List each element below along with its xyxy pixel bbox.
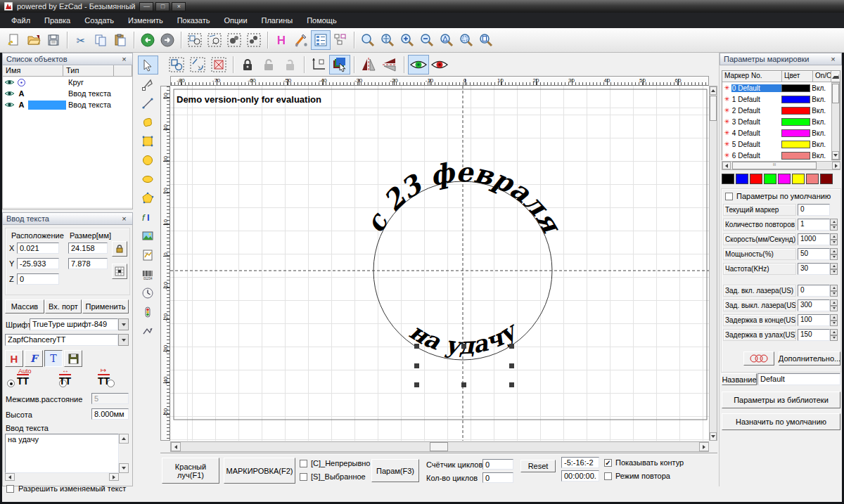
select-tool[interactable] [138,56,158,75]
palette-swatch[interactable] [764,174,776,184]
selected-only-checkbox[interactable] [300,473,307,481]
marker-row[interactable]: ✳1 DefaultВкл. [722,93,831,105]
new-file-icon[interactable] [4,30,24,50]
palette-swatch[interactable] [722,174,734,184]
marker-row[interactable]: ✳2 DefaultВкл. [722,105,831,116]
text-height-field[interactable]: 8.000мм [91,408,129,420]
cycle-count-field[interactable]: 0 [482,472,513,483]
reset-button[interactable]: Reset [520,460,556,472]
marker-row[interactable]: ✳6 DefaultВкл. [722,150,831,161]
spinner[interactable] [830,285,838,297]
preview-off-eye-icon[interactable] [429,55,450,75]
cut-icon[interactable]: ✂ [71,30,91,50]
hatch-selection-icon[interactable] [208,55,229,75]
mark-button[interactable]: МАРКИРОВКА(F2) [224,458,295,484]
repeat-mode-checkbox[interactable] [604,472,612,480]
maximize-button[interactable]: □ [155,2,170,11]
menu-view[interactable]: Показать [170,14,217,27]
hatch-text-button[interactable]: H [5,350,23,367]
object-row-circle[interactable]: Круг [3,77,132,88]
zoom-page-icon[interactable] [476,30,496,50]
array-button[interactable]: Массив [5,299,44,314]
minimize-button[interactable]: — [139,2,153,11]
canvas-vscrollbar[interactable] [709,86,717,441]
lock-aspect-button[interactable] [112,241,127,257]
mirror-vertical-icon[interactable] [358,55,379,75]
hatch-icon[interactable]: H [271,30,291,50]
align-auto-radio[interactable] [7,380,15,387]
scroll-up-icon[interactable] [831,71,840,82]
text-edit-button[interactable]: T [44,350,63,367]
io-signal-tool[interactable] [138,302,158,321]
object-row-text1[interactable]: A Ввод текста [3,88,132,99]
spinner[interactable] [830,329,838,341]
font-style-button[interactable]: F [25,350,43,367]
pick-object-icon[interactable] [329,55,350,75]
default-params-checkbox[interactable] [725,193,733,200]
param-button[interactable]: Парам(F3) [371,459,419,482]
param-value-field[interactable]: 100 [798,314,830,326]
node-add-icon[interactable] [205,30,224,50]
unlock-icon[interactable] [258,55,279,75]
anchor-point-button[interactable] [112,264,127,279]
font-name-select[interactable]: ZapfChanceryTT [5,334,118,346]
palette-swatch[interactable] [792,174,805,184]
menu-file[interactable]: Файл [4,14,37,27]
object-browser-icon[interactable] [331,30,350,50]
delay-tool[interactable] [138,283,158,302]
scroll-up-icon[interactable] [119,434,129,444]
palette-swatch[interactable] [750,174,762,184]
editable-text-checkbox[interactable] [6,485,14,493]
rectangle-tool[interactable] [138,131,158,150]
param-value-field[interactable]: 0 [798,204,830,216]
tools-icon[interactable] [291,30,311,50]
param-name-field[interactable]: Default [757,373,840,385]
copy-icon[interactable] [91,30,110,50]
menu-help[interactable]: Помощь [300,14,344,27]
bitmap-tool[interactable] [138,226,158,245]
node-break-icon[interactable] [244,30,264,50]
visibility-eye-icon[interactable] [4,79,15,86]
mirror-horizontal-icon[interactable] [379,55,400,75]
param-value-field[interactable]: 50 [798,248,830,260]
column-marker-no[interactable]: Маркер No. [722,71,782,82]
polyline-tool[interactable] [138,321,158,340]
spinner[interactable] [830,299,838,311]
drawing-canvas[interactable]: Demo version-only for evaluation с 23 фе… [170,86,709,441]
circle-tool[interactable] [138,150,158,169]
input-port-button[interactable]: Вх. порт [45,299,82,314]
menu-options[interactable]: Опции [217,14,254,27]
close-icon[interactable]: × [120,214,129,224]
char-spacing-field[interactable]: 5 [91,393,129,404]
scroll-down-icon[interactable] [119,463,129,473]
param-value-field[interactable]: 150 [798,329,830,341]
group-icon[interactable] [166,55,187,75]
menu-edit[interactable]: Правка [37,14,77,27]
marker-row[interactable]: ✳3 DefaultВкл. [722,116,831,127]
canvas-hscrollbar[interactable] [170,441,709,452]
param-value-field[interactable]: 300 [798,299,830,311]
param-value-field[interactable]: 1000 [798,233,830,245]
text-input-area[interactable]: на удачу [5,434,119,473]
spinner[interactable] [830,248,838,260]
menu-plugins[interactable]: Плагины [255,14,300,27]
vector-file-tool[interactable] [138,245,158,264]
ungroup-icon[interactable] [187,55,208,75]
continuous-checkbox[interactable] [300,460,307,467]
scroll-right-icon[interactable] [109,473,119,481]
marker-hscrollbar[interactable]: lll [722,161,840,170]
font-type-select[interactable]: TrueType шрифт-849 [30,318,118,330]
column-on-off[interactable]: On/O [813,71,831,82]
marker-row[interactable]: ✳4 DefaultВкл. [722,127,831,138]
node-edit-tool[interactable] [138,75,158,93]
zoom-in-icon[interactable] [397,30,417,50]
spinner[interactable] [830,219,838,231]
y-position-field[interactable]: -25.933 [17,258,59,269]
marker-vscrollbar[interactable] [831,82,840,160]
polygon-tool[interactable] [138,188,158,207]
zoom-out-icon[interactable] [417,30,437,50]
marker-row[interactable]: ✳5 DefaultВкл. [722,138,831,150]
object-list-panel-icon[interactable] [311,30,331,50]
advanced-button[interactable]: Дополнительно... [779,351,840,366]
paste-icon[interactable] [110,30,130,50]
